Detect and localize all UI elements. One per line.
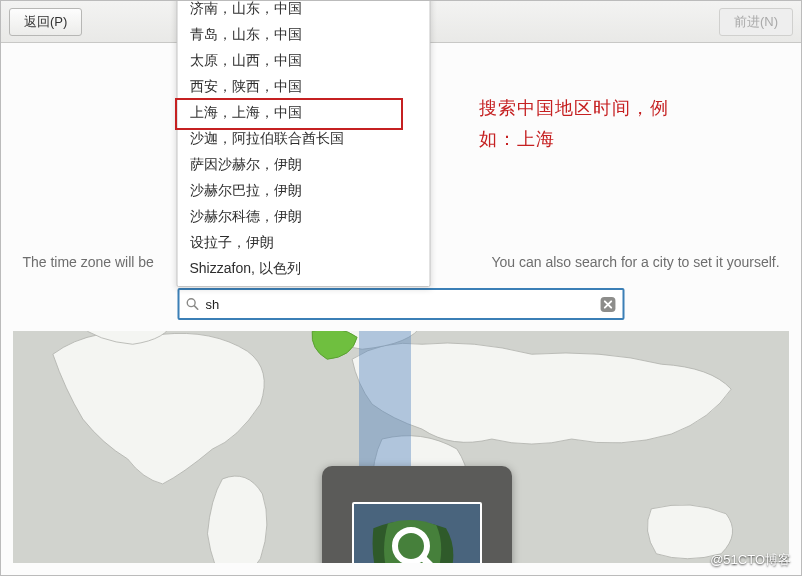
svg-line-6	[423, 558, 439, 563]
search-icon	[186, 297, 200, 311]
city-search-input[interactable]	[206, 297, 600, 312]
back-button[interactable]: 返回(P)	[9, 8, 82, 36]
magnifier-icon	[387, 522, 447, 563]
suggestion-item[interactable]: 设拉子，伊朗	[178, 230, 430, 256]
watermark: @51CTO博客	[710, 551, 791, 569]
suggestion-item[interactable]: 青岛，山东，中国	[178, 22, 430, 48]
suggestion-item[interactable]: Shizzafon, 以色列	[178, 256, 430, 282]
city-suggestions: 济南，山东，中国青岛，山东，中国太原，山西，中国西安，陕西，中国上海，上海，中国…	[177, 0, 431, 287]
clear-icon[interactable]	[600, 296, 617, 313]
world-map[interactable]	[13, 331, 789, 563]
suggestion-item[interactable]: 太原，山西，中国	[178, 48, 430, 74]
suggestion-item[interactable]: 西安，陕西，中国	[178, 74, 430, 100]
annotation-text: 搜索中国地区时间，例如：上海	[479, 93, 699, 154]
suggestion-item[interactable]: 济南，山东，中国	[178, 0, 430, 22]
city-search[interactable]	[178, 288, 625, 320]
suggestion-item[interactable]: 上海，上海，中国	[178, 100, 430, 126]
suggestion-item[interactable]: 沙迦，阿拉伯联合酋长国	[178, 126, 430, 152]
next-button: 前进(N)	[719, 8, 793, 36]
svg-line-1	[194, 306, 197, 309]
map-search-overlay	[322, 466, 512, 563]
suggestion-item[interactable]: 萨因沙赫尔，伊朗	[178, 152, 430, 178]
suggestion-item[interactable]: 沙赫尔科德，伊朗	[178, 204, 430, 230]
suggestion-item[interactable]: 沙赫尔巴拉，伊朗	[178, 178, 430, 204]
